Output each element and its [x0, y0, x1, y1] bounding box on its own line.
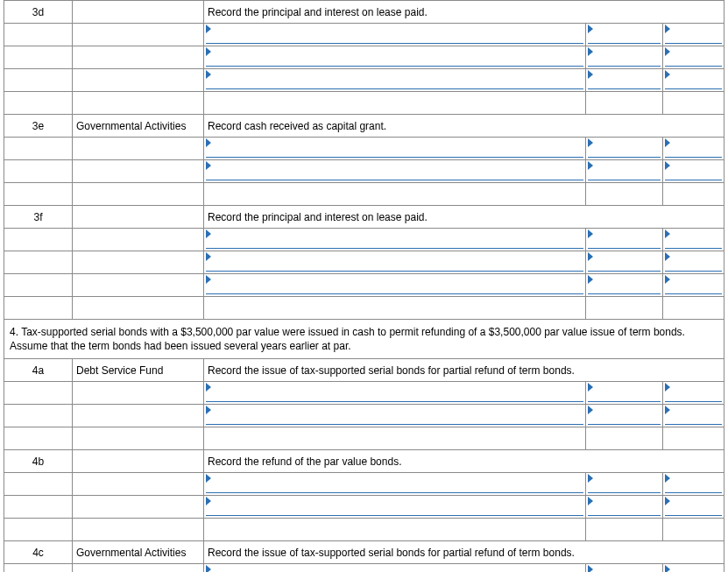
account-input[interactable] [204, 382, 586, 405]
entry-id: 3e [4, 115, 73, 138]
section-header-row: 4b Record the refund of the par value bo… [4, 450, 724, 473]
fund-label: Governmental Activities [73, 541, 204, 564]
instruction-text: Record cash received as capital grant. [204, 115, 724, 138]
debit-input[interactable] [586, 496, 663, 519]
credit-input[interactable] [663, 405, 724, 427]
blank-row [4, 92, 724, 115]
debit-input[interactable] [586, 274, 663, 297]
narrative-row: 4. Tax-supported serial bonds with a $3,… [4, 320, 724, 359]
debit-input[interactable] [586, 229, 663, 251]
journal-entry-line [4, 496, 724, 519]
instruction-text: Record the issue of tax-supported serial… [204, 359, 724, 382]
journal-entry-line [4, 229, 724, 251]
debit-input[interactable] [586, 564, 663, 572]
account-input[interactable] [204, 160, 586, 183]
debit-input[interactable] [586, 24, 663, 46]
entry-id: 4b [4, 450, 73, 473]
section-header-row: 3d Record the principal and interest on … [4, 1, 724, 24]
instruction-text: Record the issue of tax-supported serial… [204, 541, 724, 564]
debit-input[interactable] [586, 69, 663, 92]
journal-entry-line [4, 46, 724, 69]
fund-label [73, 206, 204, 229]
credit-input[interactable] [663, 564, 724, 572]
credit-input[interactable] [663, 382, 724, 405]
credit-input[interactable] [663, 274, 724, 297]
fund-label [73, 1, 204, 24]
credit-input[interactable] [663, 69, 724, 92]
account-input[interactable] [204, 69, 586, 92]
debit-input[interactable] [586, 160, 663, 183]
instruction-text: Record the refund of the par value bonds… [204, 450, 724, 473]
journal-entry-line [4, 251, 724, 274]
blank-row [4, 427, 724, 450]
entry-id: 4c [4, 541, 73, 564]
account-input[interactable] [204, 564, 586, 572]
account-input[interactable] [204, 274, 586, 297]
blank-row [4, 183, 724, 206]
credit-input[interactable] [663, 496, 724, 519]
credit-input[interactable] [663, 229, 724, 251]
debit-input[interactable] [586, 382, 663, 405]
section-header-row: 4a Debt Service Fund Record the issue of… [4, 359, 724, 382]
narrative-text: 4. Tax-supported serial bonds with a $3,… [4, 320, 724, 359]
credit-input[interactable] [663, 46, 724, 69]
section-header-row: 3f Record the principal and interest on … [4, 206, 724, 229]
credit-input[interactable] [663, 160, 724, 183]
credit-input[interactable] [663, 24, 724, 46]
entry-id: 3f [4, 206, 73, 229]
credit-input[interactable] [663, 138, 724, 160]
debit-input[interactable] [586, 138, 663, 160]
journal-entry-line [4, 274, 724, 297]
fund-label [73, 450, 204, 473]
blank-row [4, 297, 724, 320]
journal-entry-line [4, 382, 724, 405]
entry-id: 3d [4, 1, 73, 24]
journal-entries-table: 3d Record the principal and interest on … [4, 0, 724, 572]
account-input[interactable] [204, 473, 586, 496]
fund-label: Governmental Activities [73, 115, 204, 138]
section-header-row: 3e Governmental Activities Record cash r… [4, 115, 724, 138]
journal-entry-line [4, 160, 724, 183]
entry-id: 4a [4, 359, 73, 382]
account-input[interactable] [204, 46, 586, 69]
credit-input[interactable] [663, 473, 724, 496]
account-input[interactable] [204, 229, 586, 251]
debit-input[interactable] [586, 46, 663, 69]
account-input[interactable] [204, 496, 586, 519]
journal-entry-line [4, 69, 724, 92]
journal-entry-line [4, 24, 724, 46]
journal-entry-line [4, 564, 724, 572]
account-input[interactable] [204, 24, 586, 46]
journal-entry-line [4, 138, 724, 160]
instruction-text: Record the principal and interest on lea… [204, 206, 724, 229]
account-input[interactable] [204, 405, 586, 427]
journal-entry-line [4, 473, 724, 496]
fund-label: Debt Service Fund [73, 359, 204, 382]
blank-row [4, 519, 724, 541]
debit-input[interactable] [586, 473, 663, 496]
instruction-text: Record the principal and interest on lea… [204, 1, 724, 24]
journal-entry-line [4, 405, 724, 427]
account-input[interactable] [204, 138, 586, 160]
debit-input[interactable] [586, 251, 663, 274]
debit-input[interactable] [586, 405, 663, 427]
account-input[interactable] [204, 251, 586, 274]
credit-input[interactable] [663, 251, 724, 274]
section-header-row: 4c Governmental Activities Record the is… [4, 541, 724, 564]
